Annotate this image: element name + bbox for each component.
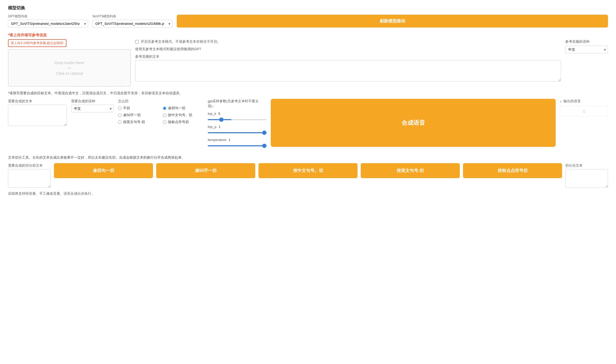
section-split-tool: 文本切分工具。太长的文本合成出来效果不一定好，所以太长建议先切。合成会根据文本的… [8,155,608,196]
output-col: ♪ 输出的语音 ♫ [560,99,608,116]
sovits-model-select[interactable]: GPT_SoVITS/pretrained_models/s2G488k.pth [92,20,172,28]
upload-info-label: *请上传并填写参考信息 [8,33,608,38]
temperature-slider[interactable] [208,145,266,146]
footer-note: 后续将支持转音素、手工修改音素、语音合成分步执行。 [8,191,608,196]
cut-fifty[interactable]: 凑50字一切 [118,113,159,118]
music-icon: ♪ [560,99,562,103]
split-punct-btn[interactable]: 按标点点符号切 [463,163,562,178]
gpt-model-group: GPT模型列表 GPT_SoVITS/pretrained_models/s1b… [8,14,88,28]
radio-punct[interactable] [163,120,166,124]
top-k-value: 5 [218,112,220,116]
output-label-text: 输出的语音 [563,99,581,104]
top-k-slider[interactable] [208,119,266,120]
temperature-row: temperature 1 [208,138,266,147]
cut-four[interactable]: 凑四句一切 [163,106,203,111]
audio-output-placeholder: ♫ [560,106,608,116]
cut-radio-group: 不切 凑四句一切 凑50字一切 按中文句号。切 [118,106,203,124]
top-p-slider[interactable] [208,132,266,133]
no-ref-checkbox-row: 开启无参考文本模式。不填参考文本亦相当于开启。 [135,39,561,44]
split-row: 需要合成的切分前文本 凑四句一切 凑50字一切 按中文句号。切 按英文句号.切 … [8,163,608,189]
section-title-model: 模型切换 [8,5,608,11]
gpt-select-wrapper: GPT_SoVITS/pretrained_models/s1bert25hz-… [8,20,88,28]
top-k-row: top_k 5 [208,112,266,121]
split-output-label: 切分后文本 [565,163,608,168]
split-input-textarea[interactable] [8,169,51,188]
synth-lang-label: 需要合成的语种 [71,99,114,104]
ref-text-input[interactable] [135,60,561,81]
hint-text: 使用无参考文本模式时建议使用微调的GPT [135,47,561,52]
text-input-col: 需要合成的文本 [8,99,67,127]
synth-lang-select-wrapper: 中文 [71,105,114,112]
top-p-row: top_p 1 [208,125,266,134]
split-input-col: 需要合成的切分前文本 [8,163,51,189]
sovits-model-label: SoVITS模型列表 [92,14,172,19]
cut-no-cut[interactable]: 不切 [118,106,159,111]
radio-no-cut[interactable] [118,107,121,110]
lang-select-wrapper: 中文 [565,46,608,53]
sovits-select-wrapper: GPT_SoVITS/pretrained_models/s2G488k.pth [92,20,172,28]
radio-fifty-cut[interactable] [118,113,121,117]
cut-en-period[interactable]: 按英文句号.切 [118,120,159,124]
lang-section: 参考音频的语种 中文 [565,39,608,87]
ref-lang-select[interactable]: 中文 [565,46,608,53]
synth-button[interactable]: 合成语音 [271,99,556,147]
split-cn-period-btn[interactable]: 按中文句号。切 [258,163,358,178]
split-four-btn[interactable]: 凑四句一切 [54,163,153,178]
section-model-switch: 模型切换 GPT模型列表 GPT_SoVITS/pretrained_model… [8,5,608,28]
upload-section: 请上传3-10秒内参考音频,超过会报错! Drop Audio Here - o… [8,39,608,87]
section-ref-audio: *请上传并填写参考信息 请上传3-10秒内参考音频,超过会报错! Drop Au… [8,33,608,87]
cut-cn-period[interactable]: 按中文句号。切 [163,113,203,118]
split-en-period-btn[interactable]: 按英文句号.切 [361,163,460,178]
upload-area-wrapper: 请上传3-10秒内参考音频,超过会报错! Drop Audio Here - o… [8,39,131,87]
sovits-model-group: SoVITS模型列表 GPT_SoVITS/pretrained_models/… [92,14,172,28]
ref-audio-section: 开启无参考文本模式。不填参考文本亦相当于开启。 使用无参考文本模式时建议使用微调… [135,39,561,87]
synth-lang-select[interactable]: 中文 [71,105,114,112]
model-switch-row: GPT模型列表 GPT_SoVITS/pretrained_models/s1b… [8,14,608,28]
synth-text-input[interactable] [8,105,67,126]
synthesis-row: 需要合成的文本 需要合成的语种 中文 怎么切 不切 [8,99,608,151]
temperature-value: 1 [229,138,230,142]
ref-text-label: 参考音频的文本 [135,54,561,59]
radio-cn-period[interactable] [163,113,166,117]
gpt-model-select[interactable]: GPT_SoVITS/pretrained_models/s1bert25hz-… [8,20,88,28]
cut-label: 怎么切 [118,99,203,104]
top-p-label: top_p [208,125,217,129]
cut-punct[interactable]: 按标点符号切 [163,120,203,124]
temperature-label: temperature [208,138,226,142]
top-k-label: top_k [208,112,216,116]
split-input-label: 需要合成的切分前文本 [8,163,51,168]
no-ref-label: 开启无参考文本模式。不填参考文本亦相当于开启。 [141,39,221,44]
drop-text-2: Click to Upload [56,71,83,76]
gpt-params-col: gpt采样参数(无参考文本时不要太低)： top_k 5 top_p 1 [208,99,266,151]
synth-text-label: 需要合成的文本 [8,99,67,104]
radio-four-cut[interactable] [163,107,166,110]
audio-icon: ♫ [582,108,586,114]
gpt-model-label: GPT模型列表 [8,14,88,19]
synth-btn-col: 合成语音 [271,99,556,147]
lang-label: 参考音频的语种 [565,39,608,44]
split-tool-info: 文本切分工具。太长的文本合成出来效果不一定好，所以太长建议先切。合成会根据文本的… [8,155,608,160]
upload-dropzone[interactable]: Drop Audio Here - or - Click to Upload [8,49,131,87]
split-output-textarea[interactable] [565,169,608,188]
section-synthesis: *请填写需要合成的目标文本。中英混合选中文，日英混合选日文，中日混合暂不支持，非… [8,91,608,151]
top-p-value: 1 [219,125,221,129]
refresh-model-button[interactable]: 刷新模型路径 [177,15,608,28]
drop-or: - or - [66,66,73,70]
text-lang-col: 需要合成的语种 中文 [71,99,114,112]
cut-col: 怎么切 不切 凑四句一切 凑50字一切 [118,99,203,124]
split-fifty-btn[interactable]: 凑50字一切 [156,163,255,178]
gpt-params-title: gpt采样参数(无参考文本时不要太低)： [208,99,266,108]
drop-text-1: Drop Audio Here [55,60,84,65]
ref-text-block: 参考音频的文本 [135,54,561,82]
output-label: ♪ 输出的语音 [560,99,608,104]
synthesis-info: *请填写需要合成的目标文本。中英混合选中文，日英混合选日文，中日混合暂不支持，非… [8,91,608,96]
upload-warning: 请上传3-10秒内参考音频,超过会报错! [8,39,66,47]
split-output-col: 切分后文本 [565,163,608,189]
radio-en-period[interactable] [118,120,121,124]
no-ref-checkbox[interactable] [135,40,139,44]
